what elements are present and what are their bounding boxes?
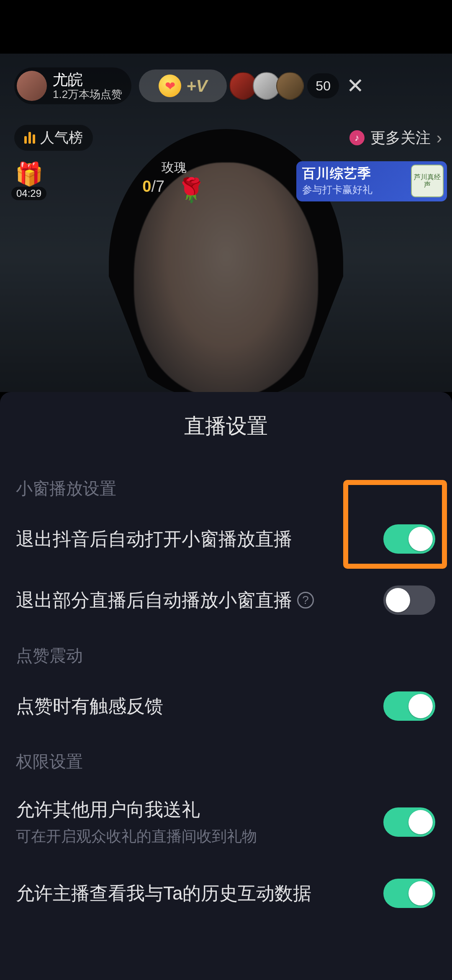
section-label-permissions: 权限设置 [0,737,452,781]
setting-title: 允许其他用户向我送礼 [16,797,371,821]
streamer-pill[interactable]: 尤皖 1.2万本场点赞 [14,67,131,104]
setting-row-allow-host-view-history: 允许主播查看我与Ta的历史互动数据 [0,863,452,912]
promo-tag: 芦川真经声 [411,165,444,197]
promo-banner[interactable]: 百川综艺季 参与打卡赢好礼 芦川真经声 [296,161,447,201]
ranking-label: 人气榜 [40,128,83,147]
subheader-row: 人气榜 ♪ 更多关注 › [14,124,442,152]
section-label-like-vibration: 点赞震动 [0,631,452,676]
help-icon[interactable]: ? [297,592,314,609]
section-label-mini-window: 小窗播放设置 [0,464,452,508]
streamer-text-block: 尤皖 1.2万本场点赞 [53,71,122,101]
sound-wave-icon: ♪ [349,130,365,145]
streamer-name: 尤皖 [53,71,122,88]
toggle-allow-gifts[interactable] [383,807,435,837]
rose-current: 0 [142,178,151,195]
viewer-avatar-stack[interactable] [234,72,304,100]
status-bar [0,0,452,54]
streamer-subtitle: 1.2万本场点赞 [53,88,122,101]
setting-title: 点赞时有触感反馈 [16,694,371,718]
viewer-avatar [276,72,304,100]
screen: 尤皖 1.2万本场点赞 ❤ +V 50 ✕ 人气榜 ♪ 更多关注 › 🎁 [0,0,452,980]
heart-icon: ❤ [159,75,181,97]
setting-row-exit-live-mini-window: 退出部分直播后自动播放小窗直播 ? [0,570,452,631]
boost-pill[interactable]: ❤ +V [139,70,227,102]
toggle-exit-douyin-mini-window[interactable] [383,524,435,554]
setting-row-exit-douyin-mini-window: 退出抖音后自动打开小窗播放直播 [0,508,452,570]
more-follow-label: 更多关注 [370,128,431,148]
gift-timer: 04:29 [11,187,46,200]
sheet-title: 直播设置 [0,392,452,464]
more-follow-button[interactable]: ♪ 更多关注 › [349,128,442,148]
rose-max: 7 [156,178,164,195]
bars-icon [24,132,35,144]
rose-progress[interactable]: 玫瑰 0/7 🌹 [142,159,205,204]
setting-row-allow-gifts: 允许其他用户向我送礼 可在开启观众收礼的直播间收到礼物 [0,781,452,863]
ranking-pill[interactable]: 人气榜 [14,125,93,151]
toggle-allow-host-view-history[interactable] [383,879,435,908]
boost-badge: +V [186,77,207,95]
toggle-exit-live-mini-window[interactable] [383,585,435,615]
setting-title: 允许主播查看我与Ta的历史互动数据 [16,881,371,905]
setting-title: 退出部分直播后自动播放小窗直播 ? [16,588,371,612]
setting-row-haptic-feedback: 点赞时有触感反馈 [0,676,452,737]
toggle-haptic-feedback[interactable] [383,691,435,721]
close-icon[interactable]: ✕ [347,75,364,96]
gift-banner-row: 🎁 04:29 玫瑰 0/7 🌹 百川综艺季 参与打卡赢好礼 芦川真经声 [6,158,447,204]
rose-count: 0/7 [142,178,169,195]
settings-sheet[interactable]: 直播设置 小窗播放设置 退出抖音后自动打开小窗播放直播 退出部分直播后自动播放小… [0,392,452,980]
rose-label: 玫瑰 [142,159,205,176]
gift-icon: 🎁 [6,162,52,185]
chevron-right-icon: › [437,129,442,147]
setting-title: 退出抖音后自动打开小窗播放直播 [16,527,371,551]
viewer-count[interactable]: 50 [307,73,339,98]
top-header-row: 尤皖 1.2万本场点赞 ❤ +V 50 ✕ [14,67,438,105]
streamer-avatar[interactable] [17,71,47,101]
gift-countdown-box[interactable]: 🎁 04:29 [6,162,52,200]
rose-sep: / [151,178,156,195]
rose-icon: 🌹 [177,176,206,204]
setting-desc: 可在开启观众收礼的直播间收到礼物 [16,826,371,847]
